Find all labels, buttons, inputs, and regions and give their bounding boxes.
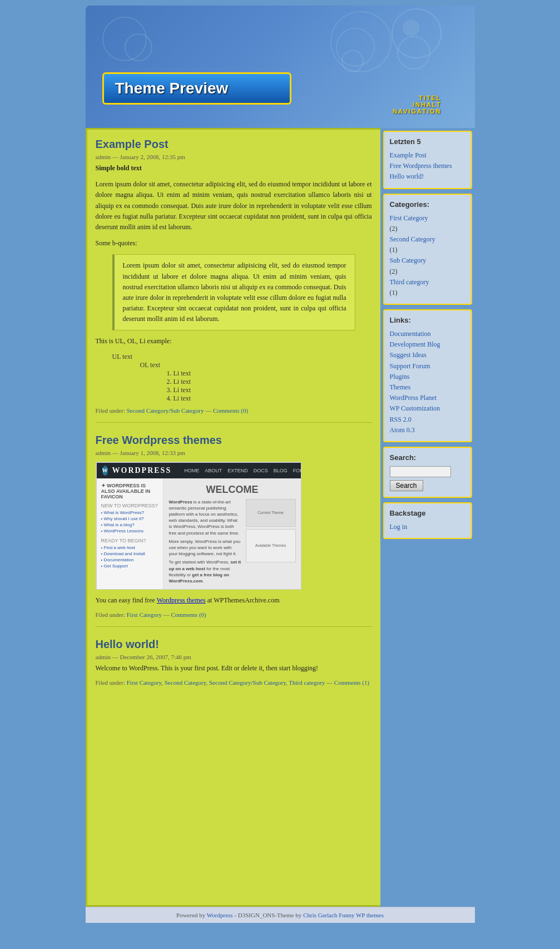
post-1-blockquote: Lorem ipsum dolor sit amet, consectetur … — [112, 254, 355, 330]
footer-wordpress-link[interactable]: Wordpress — [207, 912, 233, 918]
link-plugins[interactable]: Plugins — [390, 372, 465, 382]
link-rss[interactable]: RSS 2.0 — [390, 414, 465, 425]
post-3-title: Hello world! — [96, 638, 372, 651]
post-3-cat3[interactable]: Second Category/Sub Category — [209, 679, 286, 686]
link-suggest-ideas[interactable]: Suggest Ideas — [390, 350, 465, 360]
deco-circle-7 — [341, 50, 364, 72]
category-item-1: First Category (2) — [390, 213, 465, 234]
post-1-ol-item: OL text Li text Li text Li text Li text — [140, 361, 372, 403]
post-2-body: You can easy find free Wordpress themes … — [96, 595, 372, 606]
link-development-blog[interactable]: Development Blog — [390, 339, 465, 350]
sidebar-backstage: Backstage Log in — [383, 502, 472, 539]
content-area: Example Post admin — January 2, 2008, 12… — [86, 128, 380, 907]
post-3-cat4[interactable]: Third category — [289, 679, 325, 686]
category-count-2: (1) — [390, 246, 398, 254]
page-title: Theme Preview — [115, 80, 279, 97]
post-1-ol-text: OL text — [140, 361, 161, 369]
post-1-ul-item: UL text OL text Li text Li text Li text … — [112, 353, 372, 403]
post-1-bold: Simple bold text — [96, 164, 142, 172]
link-wordpress-planet[interactable]: WordPress Planet — [390, 393, 465, 403]
category-item-3: Sub Category (2) — [390, 255, 465, 276]
category-count-3: (2) — [390, 268, 398, 275]
link-wp-customization[interactable]: WP Customization — [390, 403, 465, 414]
post-1-ul-text: UL text — [112, 353, 133, 360]
post-3-cat1[interactable]: First Category — [127, 679, 162, 686]
post-2-meta: admin — January 1, 2008, 12:33 pm — [96, 449, 372, 456]
backstage-heading: Backstage — [390, 509, 465, 517]
letzten5-heading: Letzten 5 — [390, 137, 465, 146]
post-1-list-label: This is UL, OL, Li example: — [96, 336, 372, 347]
link-support-forum[interactable]: Support Forum — [390, 361, 465, 372]
search-button[interactable]: Search — [390, 480, 423, 491]
list-item: Li text — [174, 394, 372, 403]
filed-under-label-3: Filed under: — [96, 679, 125, 686]
post-2-comments-link[interactable]: Comments (0) — [171, 611, 206, 618]
post-1-category-link[interactable]: Second Category/Sub Category — [127, 407, 204, 414]
post-2-body2: at WPThemesArchive.com — [207, 596, 280, 604]
post-3: Hello world! admin — December 26, 2007, … — [96, 638, 372, 694]
post-3-body1: Welcome to WordPress. This is your first… — [96, 663, 372, 674]
category-link-4[interactable]: Third category — [390, 277, 465, 288]
wp-screenshot: W WORDPRESS HOME ABOUT EXTEND DOCS BLOG … — [96, 462, 301, 590]
deco-circle-filled — [403, 19, 419, 36]
post-1-meta: admin — January 2, 2008, 12:35 pm — [96, 154, 372, 160]
post-2-filed-under: Filed under: First Category — Comments (… — [96, 611, 372, 618]
sidebar-recent-link-1[interactable]: Example Post — [390, 150, 465, 161]
category-link-1[interactable]: First Category — [390, 213, 465, 224]
category-item-4: Third category (1) — [390, 277, 465, 298]
header-label-3: NAVIGATION — [393, 108, 441, 115]
category-count-4: (1) — [390, 289, 398, 296]
post-1-title: Example Post — [96, 138, 372, 151]
category-count-1: (2) — [390, 225, 398, 233]
post-2-body1: You can easy find free — [96, 596, 155, 604]
post-1: Example Post admin — January 2, 2008, 12… — [96, 138, 372, 423]
post-3-comments-link[interactable]: Comments (1) — [334, 679, 369, 686]
category-link-3[interactable]: Sub Category — [390, 255, 465, 266]
post-2-category-link[interactable]: First Category — [127, 611, 162, 618]
login-link[interactable]: Log in — [390, 522, 465, 532]
list-item: Li text — [174, 369, 372, 378]
list-item: Li text — [174, 386, 372, 394]
deco-circle-2 — [125, 33, 152, 61]
sidebar-search: Search: Search — [383, 447, 472, 498]
sidebar-links: Links: Documentation Development Blog Su… — [383, 309, 472, 442]
category-link-2[interactable]: Second Category — [390, 234, 465, 245]
footer: Powered by Wordpress - D3SIGN_ONS-Theme … — [86, 907, 475, 923]
header-label-1: TITEL — [393, 95, 441, 101]
post-3-cat2[interactable]: Second Category — [165, 679, 206, 686]
title-box: Theme Preview — [102, 72, 291, 105]
link-documentation[interactable]: Documentation — [390, 329, 465, 339]
links-heading: Links: — [390, 316, 465, 324]
post-3-meta: admin — December 26, 2007, 7:46 pm — [96, 654, 372, 660]
search-input[interactable] — [390, 466, 451, 477]
footer-author-link[interactable]: Chris Gerlach Funny WP themes — [303, 912, 384, 918]
header-labels: TITEL INHALT NAVIGATION — [393, 95, 441, 115]
sidebar-categories: Categories: First Category (2) Second Ca… — [383, 194, 472, 305]
link-themes[interactable]: Themes — [390, 382, 465, 393]
footer-powered-by: Powered by — [176, 912, 205, 918]
sidebar: Letzten 5 Example Post Free Wordpress th… — [380, 128, 475, 907]
post-1-comments-link[interactable]: Comments (0) — [213, 407, 248, 414]
post-3-filed-under: Filed under: First Category, Second Cate… — [96, 679, 372, 686]
deco-circle-6 — [397, 36, 430, 70]
post-2-wp-link[interactable]: Wordpress themes — [157, 596, 206, 604]
footer-theme-text: - D3SIGN_ONS-Theme by — [234, 912, 301, 918]
main-layout: Example Post admin — January 2, 2008, 12… — [86, 128, 475, 907]
search-heading: Search: — [390, 453, 465, 462]
sidebar-recent-link-2[interactable]: Free Wordpress themes — [390, 161, 465, 171]
category-item-2: Second Category (1) — [390, 234, 465, 255]
list-item: Li text — [174, 378, 372, 386]
filed-under-label-2: Filed under: — [96, 611, 125, 618]
sidebar-recent-link-3[interactable]: Hello world! — [390, 171, 465, 182]
sidebar-letzten5: Letzten 5 Example Post Free Wordpress th… — [383, 131, 472, 189]
filed-under-label: Filed under: — [96, 407, 125, 414]
post-2-title: Free Wordpress themes — [96, 434, 372, 447]
outer-wrapper: Theme Preview TITEL INHALT NAVIGATION Ex… — [86, 0, 475, 949]
categories-heading: Categories: — [390, 200, 465, 209]
post-1-body1: Lorem ipsum dolor sit amet, consectetur … — [96, 179, 372, 233]
post-2: Free Wordpress themes admin — January 1,… — [96, 434, 372, 627]
header-area: Theme Preview TITEL INHALT NAVIGATION — [86, 6, 475, 128]
header-label-2: INHALT — [393, 101, 441, 108]
link-atom[interactable]: Atom 0.3 — [390, 425, 465, 436]
post-1-filed-under: Filed under: Second Category/Sub Categor… — [96, 407, 372, 414]
